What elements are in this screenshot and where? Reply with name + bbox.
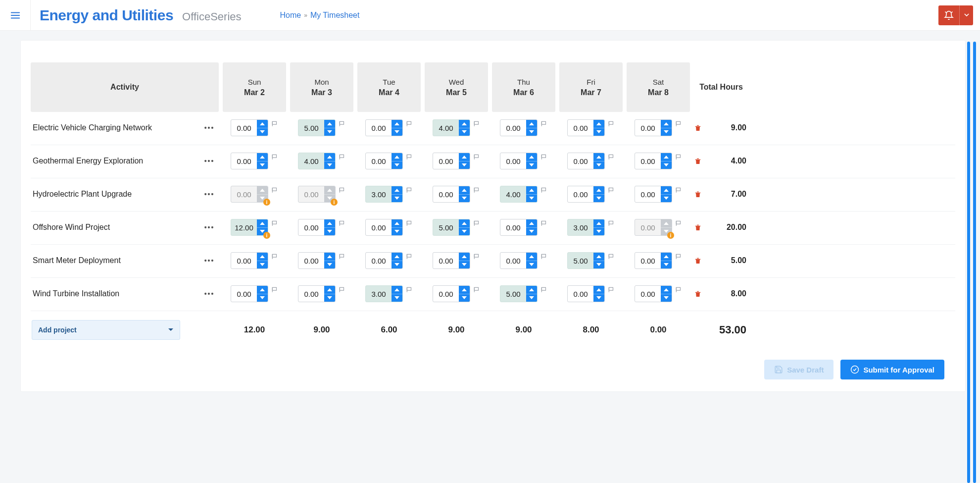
step-up-button[interactable]	[324, 253, 335, 261]
note-flag-button[interactable]	[406, 187, 413, 195]
hours-input[interactable]	[298, 253, 324, 268]
hours-spinbox[interactable]	[298, 219, 336, 236]
note-flag-button[interactable]	[675, 220, 682, 228]
row-menu-button[interactable]: •••	[203, 254, 216, 267]
step-up-button[interactable]	[661, 153, 672, 161]
hours-input[interactable]	[366, 153, 392, 169]
hours-input[interactable]	[366, 219, 392, 235]
step-up-button[interactable]	[324, 286, 335, 294]
hours-spinbox[interactable]	[433, 285, 470, 302]
hours-input[interactable]	[568, 186, 593, 202]
hours-input[interactable]	[500, 120, 526, 136]
step-up-button[interactable]	[526, 153, 537, 161]
hours-input[interactable]	[433, 219, 459, 235]
delete-row-button[interactable]	[694, 290, 702, 298]
step-up-button[interactable]	[526, 120, 537, 128]
step-down-button[interactable]	[459, 194, 470, 203]
note-flag-button[interactable]	[608, 286, 615, 295]
step-up-button[interactable]	[392, 286, 402, 294]
hours-spinbox[interactable]	[231, 252, 268, 269]
step-down-button[interactable]	[392, 261, 402, 269]
note-flag-button[interactable]	[473, 286, 480, 295]
step-up-button[interactable]	[661, 186, 672, 194]
hours-input[interactable]	[231, 219, 257, 235]
hours-input[interactable]	[568, 219, 593, 235]
note-flag-button[interactable]	[271, 120, 278, 129]
hours-input[interactable]	[433, 120, 459, 136]
step-up-button[interactable]	[593, 219, 604, 227]
step-up-button[interactable]	[324, 219, 335, 227]
step-down-button[interactable]	[324, 128, 335, 136]
step-up-button[interactable]	[392, 120, 402, 128]
add-project-select[interactable]: Add project	[32, 320, 180, 340]
delete-row-button[interactable]	[694, 124, 702, 132]
step-up-button[interactable]	[661, 120, 672, 128]
row-menu-button[interactable]: •••	[203, 155, 216, 167]
hours-spinbox[interactable]	[298, 119, 336, 136]
hours-input[interactable]	[433, 253, 459, 268]
note-flag-button[interactable]	[675, 253, 682, 262]
hours-input[interactable]	[231, 286, 257, 302]
step-up-button[interactable]	[257, 253, 268, 261]
hours-input[interactable]	[298, 219, 324, 235]
step-up-button[interactable]	[593, 286, 604, 294]
hours-input[interactable]	[568, 253, 593, 268]
hours-spinbox[interactable]	[231, 119, 268, 136]
hours-input[interactable]	[366, 286, 392, 302]
step-down-button[interactable]	[661, 261, 672, 269]
note-flag-button[interactable]	[406, 154, 413, 162]
hours-spinbox[interactable]	[231, 285, 268, 302]
note-flag-button[interactable]	[406, 253, 413, 262]
hours-input[interactable]	[635, 253, 661, 268]
hours-input[interactable]	[568, 153, 593, 169]
hours-input[interactable]	[500, 219, 526, 235]
note-flag-button[interactable]	[473, 187, 480, 195]
note-flag-button[interactable]	[540, 286, 547, 295]
note-flag-button[interactable]	[540, 220, 547, 228]
submit-button[interactable]: Submit for Approval	[840, 360, 944, 379]
hours-spinbox[interactable]	[298, 285, 336, 302]
step-down-button[interactable]	[593, 194, 604, 203]
note-flag-button[interactable]	[271, 154, 278, 162]
hours-input[interactable]	[433, 186, 459, 202]
step-down-button[interactable]	[526, 161, 537, 169]
hours-input[interactable]	[366, 253, 392, 268]
step-down-button[interactable]	[661, 194, 672, 203]
step-down-button[interactable]	[526, 261, 537, 269]
step-down-button[interactable]	[526, 227, 537, 236]
hours-spinbox[interactable]	[500, 252, 538, 269]
note-flag-button[interactable]	[540, 253, 547, 262]
hours-input[interactable]	[500, 153, 526, 169]
hours-spinbox[interactable]	[433, 186, 470, 203]
note-flag-button[interactable]	[608, 253, 615, 262]
hours-spinbox[interactable]	[365, 153, 403, 169]
hours-input[interactable]	[568, 120, 593, 136]
step-up-button[interactable]	[392, 253, 402, 261]
note-flag-button[interactable]	[675, 154, 682, 162]
hours-input[interactable]	[568, 286, 593, 302]
step-down-button[interactable]	[324, 161, 335, 169]
note-flag-button[interactable]	[406, 120, 413, 129]
step-up-button[interactable]	[526, 219, 537, 227]
hours-spinbox[interactable]	[500, 285, 538, 302]
step-down-button[interactable]	[392, 128, 402, 136]
hours-input[interactable]	[298, 120, 324, 136]
note-flag-button[interactable]	[675, 286, 682, 295]
hours-input[interactable]	[500, 253, 526, 268]
step-down-button[interactable]	[392, 294, 402, 302]
note-flag-button[interactable]	[675, 120, 682, 129]
step-down-button[interactable]	[324, 261, 335, 269]
step-up-button[interactable]	[459, 219, 470, 227]
note-flag-button[interactable]	[339, 187, 345, 195]
step-up-button[interactable]	[324, 153, 335, 161]
step-up-button[interactable]	[459, 153, 470, 161]
step-down-button[interactable]	[324, 294, 335, 302]
step-down-button[interactable]	[526, 294, 537, 302]
hours-spinbox[interactable]	[433, 119, 470, 136]
hours-spinbox[interactable]	[567, 119, 605, 136]
step-down-button[interactable]	[257, 161, 268, 169]
hours-input[interactable]	[231, 153, 257, 169]
note-flag-button[interactable]	[473, 120, 480, 129]
step-down-button[interactable]	[459, 261, 470, 269]
hours-spinbox[interactable]	[365, 252, 403, 269]
